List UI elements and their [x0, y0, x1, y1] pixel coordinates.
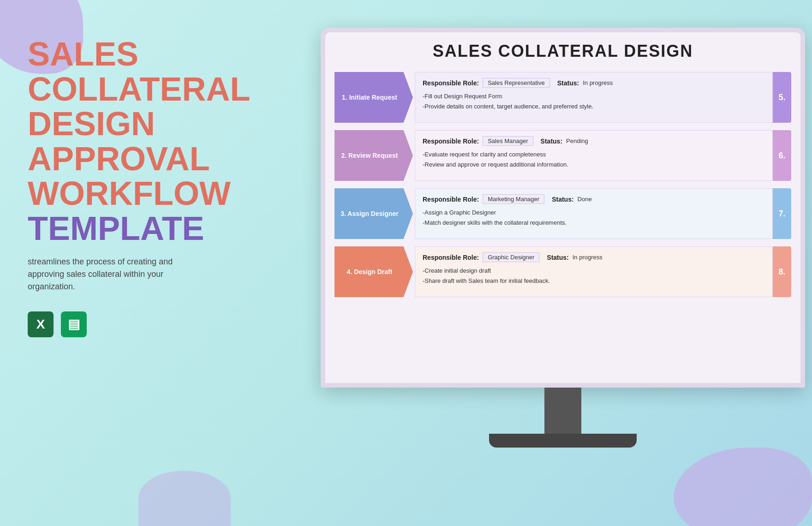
status-label-3: Status: — [552, 196, 573, 203]
role-value-3: Marketing Manager — [483, 194, 544, 204]
step-bullets-3: -Assign a Graphic Designer -Match design… — [423, 208, 765, 228]
step-label-3: 3. Assign Designer — [340, 210, 399, 217]
status-label-1: Status: — [557, 79, 579, 87]
bullet-2-2: -Review and approve or request additiona… — [423, 160, 765, 170]
side-number-4: 8. — [773, 246, 791, 297]
step-bullets-4: -Create initial design draft -Share draf… — [423, 266, 765, 286]
blob-bottom-left — [138, 471, 231, 526]
step-content-3: Responsible Role: Marketing Manager Stat… — [415, 188, 773, 239]
bullet-4-2: -Share draft with Sales team for initial… — [423, 276, 765, 286]
workflow-row-3: 3. Assign Designer Responsible Role: Mar… — [334, 188, 791, 239]
role-label-1: Responsible Role: — [423, 79, 479, 87]
subtitle: streamlines the process of creating and … — [28, 256, 203, 293]
bullet-3-1: -Assign a Graphic Designer — [423, 208, 765, 218]
workflow-row-1: 1. Initiate Request Responsible Role: Sa… — [334, 72, 791, 123]
excel-icon[interactable]: X — [28, 311, 54, 337]
app-icons-row: X ▤ — [28, 311, 249, 337]
workflow-table: 1. Initiate Request Responsible Role: Sa… — [325, 72, 800, 297]
role-value-1: Sales Representative — [483, 78, 550, 88]
title-line-4: APPROVAL — [28, 142, 249, 177]
role-value-2: Sales Manager — [483, 136, 533, 146]
step-bullets-2: -Evaluate request for clarity and comple… — [423, 149, 765, 170]
screen-content: SALES COLLATERAL DESIGN 1. Initiate Requ… — [325, 32, 800, 383]
role-label-2: Responsible Role: — [423, 137, 479, 145]
step-label-4: 4. Design Draft — [347, 268, 393, 275]
step-header-1: Responsible Role: Sales Representative S… — [423, 78, 765, 88]
bullet-4-1: -Create initial design draft — [423, 266, 765, 276]
step-arrow-1: 1. Initiate Request — [334, 72, 413, 123]
status-label-2: Status: — [541, 137, 562, 145]
step-label-2: 2. Review Request — [341, 152, 398, 159]
status-value-2: Pending — [566, 137, 588, 144]
role-label-4: Responsible Role: — [423, 254, 479, 261]
role-label-3: Responsible Role: — [423, 196, 479, 203]
side-number-1: 5. — [773, 72, 791, 123]
left-panel: SALES COLLATERAL DESIGN APPROVAL WORKFLO… — [28, 37, 249, 337]
bullet-1-2: -Provide details on content, target audi… — [423, 102, 765, 112]
workflow-row-4: 4. Design Draft Responsible Role: Graphi… — [334, 246, 791, 297]
monitor-stand-neck — [544, 388, 581, 434]
step-bullets-1: -Fill out Design Request Form -Provide d… — [423, 91, 765, 112]
bullet-2-1: -Evaluate request for clarity and comple… — [423, 149, 765, 160]
step-content-4: Responsible Role: Graphic Designer Statu… — [415, 246, 773, 297]
side-number-3: 7. — [773, 188, 791, 239]
step-arrow-4: 4. Design Draft — [334, 246, 413, 297]
bullet-3-2: -Match designer skills with the collater… — [423, 218, 765, 228]
role-value-4: Graphic Designer — [483, 252, 539, 262]
monitor-wrapper: SALES COLLATERAL DESIGN 1. Initiate Requ… — [304, 28, 812, 448]
title-line-3: DESIGN — [28, 107, 249, 142]
step-content-1: Responsible Role: Sales Representative S… — [415, 72, 773, 123]
monitor-stand-base — [489, 434, 637, 448]
monitor-screen: SALES COLLATERAL DESIGN 1. Initiate Requ… — [321, 28, 805, 388]
step-content-2: Responsible Role: Sales Manager Status: … — [415, 130, 773, 181]
bullet-1-1: -Fill out Design Request Form — [423, 91, 765, 102]
step-arrow-3: 3. Assign Designer — [334, 188, 413, 239]
title-line-1: SALES — [28, 37, 249, 72]
status-value-4: In progress — [573, 254, 603, 261]
status-label-4: Status: — [547, 254, 568, 261]
step-label-1: 1. Initiate Request — [342, 94, 397, 101]
title-line-6: TEMPLATE — [28, 211, 249, 246]
screen-title: SALES COLLATERAL DESIGN — [325, 42, 800, 61]
side-number-2: 6. — [773, 130, 791, 181]
blob-bottom-right — [674, 448, 812, 526]
title-line-5: WORKFLOW — [28, 176, 249, 211]
status-value-1: In progress — [583, 79, 613, 86]
step-header-2: Responsible Role: Sales Manager Status: … — [423, 136, 765, 146]
sheets-icon[interactable]: ▤ — [61, 311, 87, 337]
step-header-3: Responsible Role: Marketing Manager Stat… — [423, 194, 765, 204]
status-value-3: Done — [578, 196, 592, 203]
step-header-4: Responsible Role: Graphic Designer Statu… — [423, 252, 765, 262]
main-title: SALES COLLATERAL DESIGN APPROVAL WORKFLO… — [28, 37, 249, 246]
step-arrow-2: 2. Review Request — [334, 130, 413, 181]
title-line-2: COLLATERAL — [28, 72, 249, 107]
workflow-row-2: 2. Review Request Responsible Role: Sale… — [334, 130, 791, 181]
